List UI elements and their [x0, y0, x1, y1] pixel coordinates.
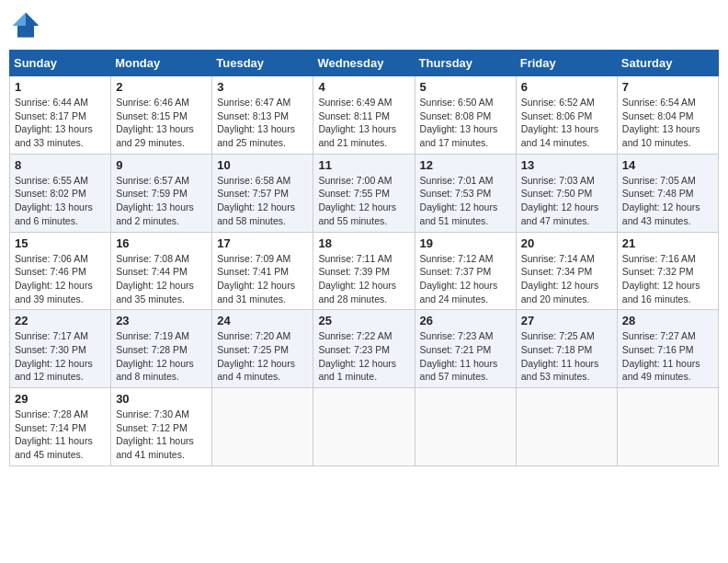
- svg-marker-0: [26, 13, 39, 26]
- day-info: Sunrise: 7:05 AM Sunset: 7:48 PM Dayligh…: [622, 174, 713, 228]
- sunrise-label: Sunrise: 6:55 AM: [15, 175, 88, 186]
- sunrise-label: Sunrise: 7:00 AM: [318, 175, 392, 186]
- sunset-label: Sunset: 7:14 PM: [15, 422, 86, 433]
- day-info: Sunrise: 6:58 AM Sunset: 7:57 PM Dayligh…: [217, 174, 308, 228]
- day-info: Sunrise: 7:22 AM Sunset: 7:23 PM Dayligh…: [318, 329, 409, 384]
- daylight-label: Daylight: 12 hours and 39 minutes.: [15, 280, 93, 304]
- day-info: Sunrise: 7:00 AM Sunset: 7:55 PM Dayligh…: [318, 174, 409, 228]
- day-info: Sunrise: 7:28 AM Sunset: 7:14 PM Dayligh…: [15, 408, 106, 462]
- day-number: 5: [420, 80, 511, 94]
- sunset-label: Sunset: 7:46 PM: [15, 266, 86, 277]
- sunset-label: Sunset: 7:48 PM: [622, 188, 694, 199]
- sunrise-label: Sunrise: 7:28 AM: [15, 408, 88, 419]
- sunset-label: Sunset: 8:08 PM: [420, 110, 492, 121]
- day-number: 9: [116, 158, 207, 172]
- sunrise-label: Sunrise: 6:49 AM: [318, 97, 392, 108]
- daylight-label: Daylight: 12 hours and 51 minutes.: [420, 201, 498, 226]
- daylight-label: Daylight: 12 hours and 28 minutes.: [318, 280, 396, 304]
- daylight-label: Daylight: 12 hours and 4 minutes.: [217, 358, 295, 383]
- calendar-day-cell: 27 Sunrise: 7:25 AM Sunset: 7:18 PM Dayl…: [516, 310, 617, 388]
- calendar-week-row: 29 Sunrise: 7:28 AM Sunset: 7:14 PM Dayl…: [10, 388, 719, 466]
- sunset-label: Sunset: 7:23 PM: [318, 344, 390, 355]
- day-info: Sunrise: 7:08 AM Sunset: 7:44 PM Dayligh…: [116, 252, 207, 306]
- sunrise-label: Sunrise: 7:06 AM: [15, 253, 88, 264]
- calendar-day-cell: 4 Sunrise: 6:49 AM Sunset: 8:11 PM Dayli…: [313, 76, 415, 155]
- sunrise-label: Sunrise: 7:09 AM: [217, 253, 290, 264]
- calendar-day-cell: 21 Sunrise: 7:16 AM Sunset: 7:32 PM Dayl…: [617, 232, 718, 310]
- calendar-day-cell: 20 Sunrise: 7:14 AM Sunset: 7:34 PM Dayl…: [516, 232, 617, 310]
- calendar-day-cell: 3 Sunrise: 6:47 AM Sunset: 8:13 PM Dayli…: [212, 76, 313, 155]
- day-number: 30: [116, 392, 207, 406]
- sunrise-label: Sunrise: 7:01 AM: [420, 175, 494, 186]
- day-of-week-header: Monday: [111, 51, 212, 76]
- calendar-day-cell: 13 Sunrise: 7:03 AM Sunset: 7:50 PM Dayl…: [516, 154, 617, 232]
- sunset-label: Sunset: 7:50 PM: [521, 188, 593, 199]
- sunrise-label: Sunrise: 6:50 AM: [420, 97, 494, 108]
- daylight-label: Daylight: 13 hours and 6 minutes.: [15, 201, 93, 226]
- calendar-day-cell: [313, 388, 415, 466]
- day-of-week-header: Sunday: [10, 51, 111, 76]
- calendar-day-cell: 26 Sunrise: 7:23 AM Sunset: 7:21 PM Dayl…: [415, 310, 516, 388]
- calendar-day-cell: 29 Sunrise: 7:28 AM Sunset: 7:14 PM Dayl…: [10, 388, 111, 466]
- sunrise-label: Sunrise: 7:16 AM: [622, 253, 696, 264]
- daylight-label: Daylight: 11 hours and 53 minutes.: [521, 358, 599, 383]
- sunrise-label: Sunrise: 7:03 AM: [521, 175, 595, 186]
- day-number: 15: [15, 236, 106, 250]
- day-number: 27: [521, 314, 612, 327]
- sunset-label: Sunset: 7:21 PM: [420, 344, 492, 355]
- calendar-day-cell: 24 Sunrise: 7:20 AM Sunset: 7:25 PM Dayl…: [212, 310, 313, 388]
- sunrise-label: Sunrise: 6:44 AM: [15, 97, 88, 108]
- calendar-day-cell: 25 Sunrise: 7:22 AM Sunset: 7:23 PM Dayl…: [313, 310, 415, 388]
- day-number: 3: [217, 80, 308, 94]
- day-info: Sunrise: 7:12 AM Sunset: 7:37 PM Dayligh…: [420, 252, 511, 306]
- day-info: Sunrise: 7:17 AM Sunset: 7:30 PM Dayligh…: [15, 329, 106, 384]
- daylight-label: Daylight: 12 hours and 24 minutes.: [420, 280, 498, 304]
- calendar-day-cell: 28 Sunrise: 7:27 AM Sunset: 7:16 PM Dayl…: [617, 310, 718, 388]
- day-number: 6: [521, 80, 612, 94]
- day-number: 18: [318, 236, 409, 250]
- sunset-label: Sunset: 8:15 PM: [116, 110, 188, 121]
- sunset-label: Sunset: 7:34 PM: [521, 266, 593, 277]
- logo-icon: [9, 9, 42, 42]
- daylight-label: Daylight: 12 hours and 16 minutes.: [622, 280, 700, 304]
- calendar-day-cell: 19 Sunrise: 7:12 AM Sunset: 7:37 PM Dayl…: [415, 232, 516, 310]
- day-info: Sunrise: 6:57 AM Sunset: 7:59 PM Dayligh…: [116, 174, 207, 228]
- calendar-day-cell: 5 Sunrise: 6:50 AM Sunset: 8:08 PM Dayli…: [415, 76, 516, 155]
- daylight-label: Daylight: 13 hours and 33 minutes.: [15, 123, 93, 148]
- calendar-day-cell: 30 Sunrise: 7:30 AM Sunset: 7:12 PM Dayl…: [111, 388, 212, 466]
- day-number: 21: [622, 236, 713, 250]
- day-info: Sunrise: 6:49 AM Sunset: 8:11 PM Dayligh…: [318, 96, 409, 150]
- daylight-label: Daylight: 13 hours and 10 minutes.: [622, 123, 700, 148]
- calendar-day-cell: 8 Sunrise: 6:55 AM Sunset: 8:02 PM Dayli…: [10, 154, 111, 232]
- calendar-week-row: 1 Sunrise: 6:44 AM Sunset: 8:17 PM Dayli…: [10, 76, 719, 155]
- calendar-day-cell: 15 Sunrise: 7:06 AM Sunset: 7:46 PM Dayl…: [10, 232, 111, 310]
- sunset-label: Sunset: 7:18 PM: [521, 344, 593, 355]
- sunrise-label: Sunrise: 7:11 AM: [318, 253, 392, 264]
- day-of-week-header: Thursday: [415, 51, 516, 76]
- calendar-day-cell: 10 Sunrise: 6:58 AM Sunset: 7:57 PM Dayl…: [212, 154, 313, 232]
- calendar-header-row: SundayMondayTuesdayWednesdayThursdayFrid…: [10, 51, 719, 76]
- sunrise-label: Sunrise: 7:23 AM: [420, 330, 494, 341]
- sunset-label: Sunset: 7:30 PM: [15, 344, 86, 355]
- daylight-label: Daylight: 11 hours and 49 minutes.: [622, 358, 700, 383]
- day-info: Sunrise: 6:54 AM Sunset: 8:04 PM Dayligh…: [622, 96, 713, 150]
- page-header: [9, 9, 719, 42]
- daylight-label: Daylight: 13 hours and 21 minutes.: [318, 123, 396, 148]
- sunset-label: Sunset: 7:12 PM: [116, 422, 188, 433]
- calendar-day-cell: 2 Sunrise: 6:46 AM Sunset: 8:15 PM Dayli…: [111, 76, 212, 155]
- sunset-label: Sunset: 7:37 PM: [420, 266, 492, 277]
- daylight-label: Daylight: 12 hours and 58 minutes.: [217, 201, 295, 226]
- sunset-label: Sunset: 8:13 PM: [217, 110, 289, 121]
- sunset-label: Sunset: 8:06 PM: [521, 110, 593, 121]
- sunset-label: Sunset: 7:44 PM: [116, 266, 188, 277]
- daylight-label: Daylight: 12 hours and 20 minutes.: [521, 280, 599, 304]
- calendar-day-cell: 18 Sunrise: 7:11 AM Sunset: 7:39 PM Dayl…: [313, 232, 415, 310]
- day-number: 28: [622, 314, 713, 327]
- calendar-day-cell: 7 Sunrise: 6:54 AM Sunset: 8:04 PM Dayli…: [617, 76, 718, 155]
- sunset-label: Sunset: 7:39 PM: [318, 266, 390, 277]
- sunset-label: Sunset: 7:41 PM: [217, 266, 289, 277]
- day-info: Sunrise: 7:23 AM Sunset: 7:21 PM Dayligh…: [420, 329, 511, 384]
- sunrise-label: Sunrise: 6:46 AM: [116, 97, 189, 108]
- sunrise-label: Sunrise: 6:47 AM: [217, 97, 290, 108]
- day-number: 19: [420, 236, 511, 250]
